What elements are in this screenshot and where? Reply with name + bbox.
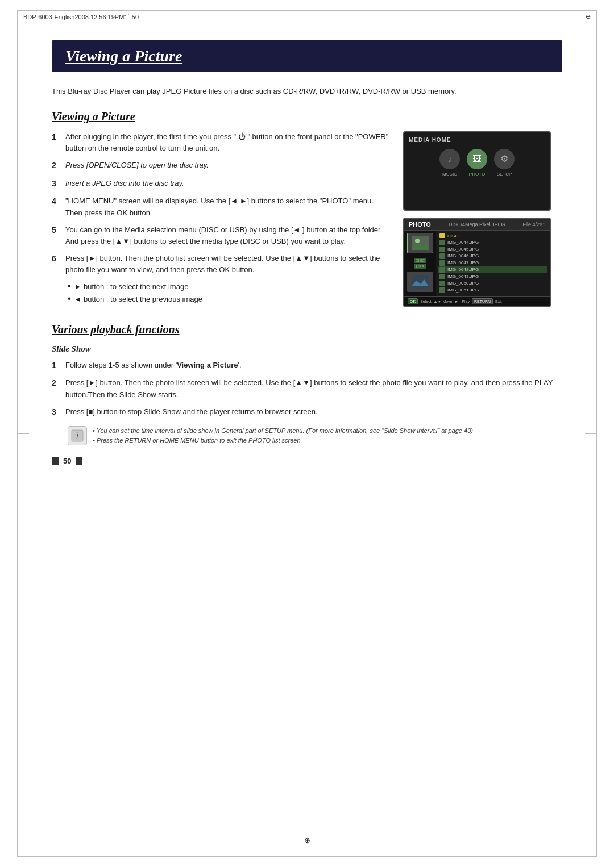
footer-exit-label: Exit: [495, 299, 502, 303]
crosshair-bottom-icon: ⊕: [304, 836, 310, 845]
photo-files-column: DISC IMG_0044.JPG IMG_0045.JPG: [436, 231, 550, 296]
file-icon-7: [439, 281, 445, 286]
page-num-bar-right: [76, 457, 82, 465]
page-num-text: 50: [63, 457, 71, 465]
note-texts: • You can set the time interval of slide…: [93, 426, 473, 445]
step-2: 2 Press [OPEN/CLOSE] to open the disc tr…: [52, 160, 389, 172]
file-row-3: IMG_0046.JPG: [438, 253, 547, 260]
disc-tag: DISC: [414, 258, 427, 263]
media-home-screen: MEDIA HOME ♪ MUSIC 🖼 PHOTO ⚙: [403, 131, 551, 211]
media-icon-setup: ⚙ SETUP: [494, 149, 515, 177]
page-border: BDP-6003-English2008.12.56:19PM˜ ` 50 ⊕ …: [17, 10, 597, 857]
step-num-3: 3: [52, 178, 61, 190]
photo-label: PHOTO: [469, 172, 485, 177]
note-text-1: • You can set the time interval of slide…: [93, 426, 473, 436]
file-row-1: IMG_0044.JPG: [438, 239, 547, 246]
file-icon-8: [439, 287, 445, 293]
intro-text: This Blu-ray Disc Player can play JPEG P…: [52, 86, 562, 98]
step-num-5: 5: [52, 224, 61, 247]
page-num-bar: [52, 457, 59, 465]
step-text-2: Press [OPEN/CLOSE] to open the disc tray…: [65, 160, 389, 172]
photo-header-left: PHOTO: [409, 221, 431, 228]
footer-play-label: ►II Play: [455, 299, 470, 303]
file-row-8: IMG_0051.JPG: [438, 287, 547, 294]
footer-return-btn[interactable]: RETURN: [472, 298, 493, 304]
file-name-6: IMG_0049.JPG: [447, 274, 479, 279]
header-text: BDP-6003-English2008.12.56:19PM˜ ` 50: [23, 14, 139, 20]
photo-screen-body: DISC USB DISC: [404, 231, 550, 296]
file-name-1: IMG_0044.JPG: [447, 240, 479, 245]
section-viewing-picture: Viewing a Picture 1 After plugging in th…: [52, 110, 562, 307]
music-label: MUSIC: [442, 172, 457, 177]
media-icon-photo: 🖼 PHOTO: [467, 149, 487, 177]
media-icons-row: ♪ MUSIC 🖼 PHOTO ⚙ SETUP: [409, 149, 545, 177]
setup-label: SETUP: [497, 172, 512, 177]
side-line-left: [18, 433, 29, 434]
note-box: i • You can set the time interval of sli…: [68, 426, 562, 445]
step-text-1: After plugging in the player, the first …: [65, 131, 389, 154]
file-icon-1: [439, 240, 445, 245]
slideshow-step-num-1: 1: [52, 360, 61, 372]
crosshair-top-icon: ⊕: [586, 13, 591, 20]
step-5: 5 You can go to the Media selection menu…: [52, 224, 389, 247]
bullet-list: ► button : to select the next image ◄ bu…: [68, 281, 389, 304]
file-row-disc: DISC: [438, 233, 547, 239]
photo-thumb-column: DISC USB: [404, 231, 436, 296]
note-icon: i: [68, 426, 87, 445]
section2-title: Various playback functions: [52, 323, 562, 336]
file-name-5: IMG_0048.JPG: [447, 267, 479, 272]
slideshow-title: Slide Show: [52, 344, 562, 354]
slideshow-step-text-3: Press [■] button to stop Slide Show and …: [65, 406, 562, 419]
disc-usb-labels: DISC USB: [414, 258, 427, 269]
photo-header-mid: DISC/4Mega Pixel JPEG: [449, 222, 505, 227]
step-6: 6 Press [►] button. Then the photo list …: [52, 253, 389, 276]
file-name-8: IMG_0051.JPG: [447, 287, 479, 293]
file-icon-6: [439, 274, 445, 279]
section1-title: Viewing a Picture: [52, 110, 562, 123]
step-text-5: You can go to the Media selection menu (…: [65, 224, 389, 247]
file-name-4: IMG_0047.JPG: [447, 260, 479, 265]
photo-screen-header: PHOTO DISC/4Mega Pixel JPEG File 4/281: [404, 219, 550, 231]
step-3: 3 Insert a JPEG disc into the disc tray.: [52, 178, 389, 190]
section-various-playback: Various playback functions Slide Show 1 …: [52, 323, 562, 446]
footer-ok-btn[interactable]: OK: [408, 298, 418, 304]
folder-icon: [439, 233, 445, 238]
page-content: Viewing a Picture This Blu-ray Disc Play…: [18, 23, 596, 488]
file-name-2: IMG_0045.JPG: [447, 247, 479, 252]
step-num-4: 4: [52, 195, 61, 218]
music-icon: ♪: [439, 149, 460, 169]
file-row-7: IMG_0050.JPG: [438, 280, 547, 287]
file-name-7: IMG_0050.JPG: [447, 281, 479, 286]
file-icon-2: [439, 247, 445, 252]
svg-point-1: [415, 239, 420, 243]
slideshow-step-3: 3 Press [■] button to stop Slide Show an…: [52, 406, 562, 419]
bullet-1: ► button : to select the next image: [68, 281, 389, 291]
step-num-6: 6: [52, 253, 61, 276]
photo-icon: 🖼: [467, 149, 487, 169]
photo-header-right: File 4/281: [522, 222, 545, 227]
media-icon-music: ♪ MUSIC: [439, 149, 460, 177]
file-icon-4: [439, 260, 445, 266]
steps-column: 1 After plugging in the player, the firs…: [52, 131, 389, 307]
file-row-5-selected: IMG_0048.JPG: [438, 266, 547, 273]
file-name-3: IMG_0046.JPG: [447, 253, 479, 258]
photo-list-screen: PHOTO DISC/4Mega Pixel JPEG File 4/281 D…: [403, 218, 551, 307]
slideshow-step-2: 2 Press [►] button. Then the photo list …: [52, 377, 562, 400]
setup-icon: ⚙: [494, 149, 515, 169]
thumb-2: [407, 272, 433, 292]
svg-rect-3: [412, 275, 429, 289]
footer-select-label: Select: [420, 299, 431, 303]
media-home-label: MEDIA HOME: [409, 137, 545, 143]
bullet-2: ◄ button : to select the previous image: [68, 294, 389, 304]
photo-screen-footer: OK Select ▲▼ Move ►II Play RETURN Exit: [404, 296, 550, 306]
step-num-2: 2: [52, 160, 61, 172]
slideshow-step-text-1: Follow steps 1-5 as shown under 'Viewing…: [65, 360, 562, 372]
slideshow-step-text-2: Press [►] button. Then the photo list sc…: [65, 377, 562, 400]
note-text-2: • Press the RETURN or HOME MENU button t…: [93, 436, 473, 445]
step-num-1: 1: [52, 131, 61, 154]
main-title: Viewing a Picture: [52, 40, 562, 72]
step-text-4: "HOME MENU" screen will be displayed. Us…: [65, 195, 389, 218]
footer-move-label: ▲▼ Move: [434, 299, 453, 303]
images-column: MEDIA HOME ♪ MUSIC 🖼 PHOTO ⚙: [403, 131, 562, 307]
slideshow-step-1: 1 Follow steps 1-5 as shown under 'Viewi…: [52, 360, 562, 372]
